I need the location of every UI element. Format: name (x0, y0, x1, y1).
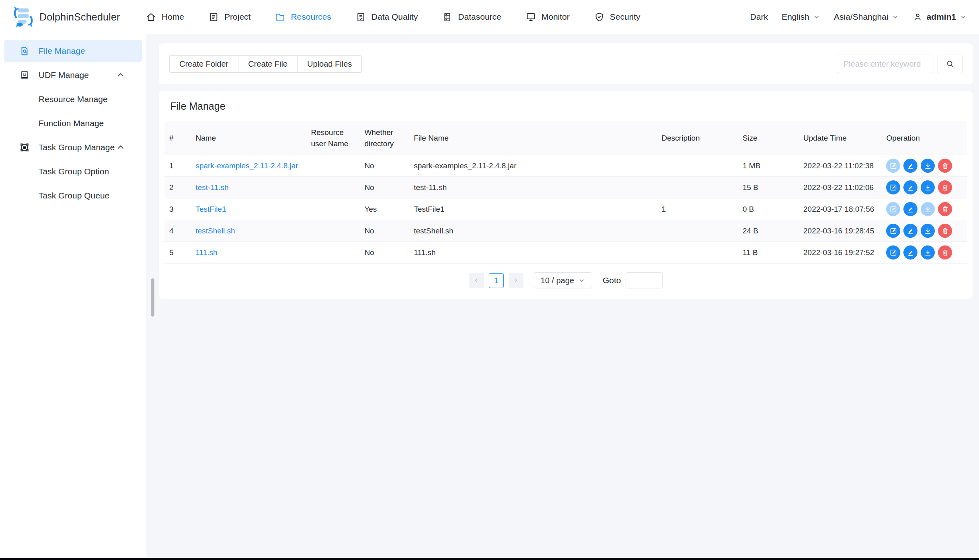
edit-file-button[interactable] (886, 224, 900, 238)
cell-resource-user (306, 155, 359, 177)
edit-file-button[interactable] (886, 245, 900, 260)
cell-update-time: 2022-03-22 11:02:38 (798, 155, 881, 177)
task-group-icon (19, 142, 30, 153)
download-button[interactable] (921, 180, 935, 194)
nav-item-security[interactable]: Security (594, 12, 640, 22)
nav-item-project[interactable]: Project (208, 12, 250, 22)
edit-file-button[interactable] (886, 202, 900, 216)
cell-name: 111.sh (191, 242, 306, 264)
delete-button[interactable] (938, 180, 952, 194)
create-file-button[interactable]: Create File (238, 55, 298, 73)
rename-icon (907, 249, 915, 257)
sidebar-item-function-manage[interactable]: Function Manage (4, 112, 142, 135)
search-input[interactable] (837, 55, 932, 73)
project-icon (208, 12, 219, 22)
sidebar-item-task-group-queue[interactable]: Task Group Queue (4, 184, 142, 207)
download-icon (924, 205, 932, 213)
edit-file-icon (889, 227, 897, 235)
nav-item-datasource[interactable]: Datasource (442, 12, 501, 22)
rename-button[interactable] (903, 202, 917, 216)
udf-icon (19, 70, 30, 80)
create-folder-button[interactable]: Create Folder (169, 55, 238, 73)
brand-name: DolphinScheduler (39, 11, 120, 23)
download-button[interactable] (921, 245, 935, 260)
col-operation: Operation (881, 121, 967, 155)
nav-item-resources[interactable]: Resources (275, 12, 331, 22)
file-name-link[interactable]: test-11.sh (195, 183, 228, 192)
language-dropdown[interactable]: English (782, 12, 820, 22)
cell-whether-directory: No (359, 177, 409, 198)
nav-label: Resources (291, 12, 331, 22)
file-name-link[interactable]: spark-examples_2.11-2.4.8.jar (195, 161, 298, 170)
delete-button[interactable] (938, 202, 952, 216)
rename-button[interactable] (903, 245, 917, 260)
brand-logo[interactable]: DolphinScheduler (12, 6, 133, 28)
nav-item-monitor[interactable]: Monitor (525, 12, 570, 22)
sidebar-item-udf-manage[interactable]: UDF Manage (4, 64, 142, 86)
cell-file-name: TestFile1 (409, 198, 657, 220)
sidebar: File Manage UDF Manage Resource Manage F… (0, 34, 146, 558)
cell-index: 4 (164, 220, 191, 242)
cell-index: 1 (164, 155, 191, 177)
edit-file-icon (889, 205, 897, 213)
top-right-controls: Dark English Asia/Shanghai admin1 (750, 12, 967, 22)
file-search-icon (19, 46, 30, 56)
sidebar-item-label: Function Manage (39, 119, 104, 128)
download-button[interactable] (921, 202, 935, 216)
file-name-link[interactable]: testShell.sh (195, 227, 235, 235)
file-table: # Name Resource user Name Whether direct… (164, 121, 967, 264)
timezone-dropdown[interactable]: Asia/Shanghai (834, 12, 899, 22)
home-icon (146, 12, 156, 22)
page-size-select[interactable]: 10 / page (534, 272, 592, 288)
sidebar-item-task-group-option[interactable]: Task Group Option (4, 160, 142, 183)
rename-button[interactable] (903, 180, 917, 194)
sidebar-item-file-manage[interactable]: File Manage (4, 40, 142, 62)
file-name-link[interactable]: 111.sh (195, 248, 217, 257)
cell-name: test-11.sh (191, 177, 306, 198)
file-name-link[interactable]: TestFile1 (195, 205, 226, 213)
content-area: Create Folder Create File Upload Files F… (146, 34, 979, 558)
previous-page-button[interactable] (469, 273, 484, 288)
dolphinscheduler-logo-icon (12, 6, 35, 28)
scrollbar-thumb[interactable] (151, 278, 154, 317)
delete-icon (941, 227, 949, 235)
download-button[interactable] (921, 159, 935, 173)
next-page-button[interactable] (509, 273, 523, 288)
download-icon (924, 227, 932, 235)
delete-button[interactable] (938, 159, 952, 173)
search-button[interactable] (938, 55, 963, 73)
chevron-left-icon (473, 277, 480, 284)
nav-item-data-quality[interactable]: Data Quality (355, 12, 418, 22)
sidebar-item-task-group-manage[interactable]: Task Group Manage (4, 136, 142, 159)
delete-icon (941, 162, 949, 170)
download-button[interactable] (921, 224, 935, 238)
theme-toggle-button[interactable]: Dark (750, 12, 768, 22)
delete-button[interactable] (938, 245, 952, 260)
delete-button[interactable] (938, 224, 952, 238)
user-menu[interactable]: admin1 (913, 12, 967, 22)
cell-name: TestFile1 (191, 198, 306, 220)
col-file-name: File Name (409, 121, 657, 155)
cell-description (657, 242, 738, 264)
page-number-button[interactable]: 1 (489, 273, 504, 288)
rename-button[interactable] (903, 224, 917, 238)
goto-label: Goto (603, 276, 621, 285)
upload-files-button[interactable]: Upload Files (297, 55, 362, 73)
nav-item-home[interactable]: Home (146, 12, 184, 22)
cell-file-name: 111.sh (409, 242, 657, 264)
rename-button[interactable] (903, 159, 917, 173)
main-nav: Home Project Resources Data Quality Data… (146, 12, 750, 22)
edit-file-button[interactable] (886, 159, 900, 173)
col-whether-directory: Whether directory (359, 121, 409, 155)
table-body: 1 spark-examples_2.11-2.4.8.jar No spark… (164, 155, 967, 264)
toolbar-card: Create Folder Create File Upload Files (159, 43, 973, 84)
rename-icon (907, 205, 915, 213)
table-row: 5 111.sh No 111.sh 11 B 2022-03-16 19:27… (164, 242, 967, 264)
cell-operation (881, 155, 967, 177)
search-icon (945, 59, 955, 69)
sidebar-item-resource-manage[interactable]: Resource Manage (4, 88, 142, 110)
pagination: 1 10 / page Goto (159, 272, 973, 288)
edit-file-button[interactable] (886, 180, 900, 194)
goto-page-input[interactable] (626, 272, 663, 288)
operation-buttons (886, 180, 963, 194)
